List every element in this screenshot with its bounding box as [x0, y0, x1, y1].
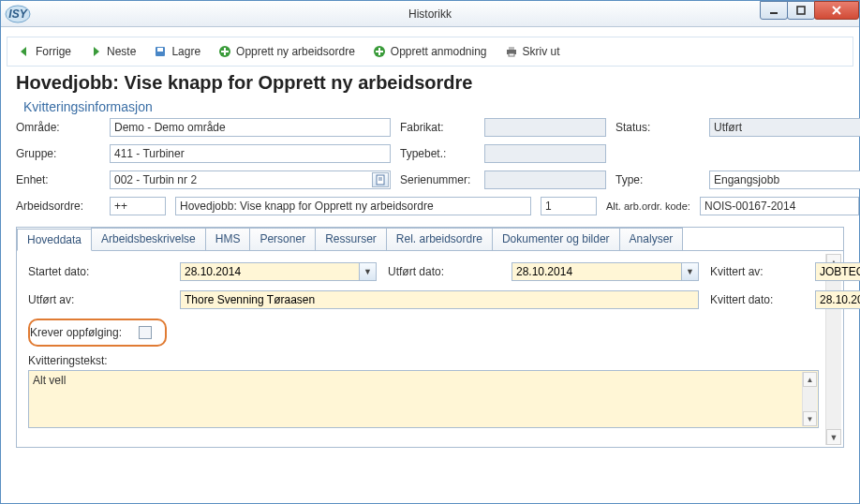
dropdown-icon[interactable]: ▼ [359, 263, 376, 280]
tabstrip: Hoveddata Arbeidsbeskrivelse HMS Persone… [17, 228, 843, 251]
tab-analyser[interactable]: Analyser [619, 228, 684, 250]
alt-kode-field[interactable]: NOIS-00167-2014 [700, 197, 859, 215]
omrade-field[interactable]: Demo - Demo område [110, 118, 391, 137]
scroll-up-icon[interactable]: ▲ [803, 372, 817, 387]
tab-arbeidsbeskrivelse[interactable]: Arbeidsbeskrivelse [91, 228, 206, 250]
enhet-lookup-button[interactable] [372, 172, 389, 187]
enhet-field[interactable]: 002 - Turbin nr 2 [110, 170, 391, 189]
scroll-down-icon[interactable]: ▼ [803, 411, 817, 426]
kvitteringstekst-label: Kvitteringstekst: [28, 354, 832, 367]
omrade-label: Område: [16, 121, 100, 134]
status-label: Status: [615, 121, 700, 134]
toolbar: Forrige Neste Lagre Opprett ny arbeidsor… [7, 37, 853, 67]
serienummer-label: Serienummer: [400, 173, 475, 186]
next-label: Neste [107, 45, 136, 58]
arbeidsordre-text-field[interactable]: Hovedjobb: Vise knapp for Opprett ny arb… [175, 197, 531, 215]
arbeidsordre-num-field[interactable]: 1 [541, 197, 597, 215]
printer-icon [504, 44, 519, 59]
print-label: Skriv ut [523, 45, 560, 58]
arrow-right-icon [88, 44, 103, 59]
next-button[interactable]: Neste [84, 42, 140, 61]
textarea-scrollbar[interactable]: ▲ ▼ [802, 372, 817, 426]
svg-marker-7 [94, 47, 99, 56]
svg-rect-17 [509, 47, 514, 50]
svg-marker-6 [21, 47, 26, 56]
close-button[interactable] [814, 1, 859, 20]
arbeidsordre-row: Arbeidsordre: ++ Hovedjobb: Vise knapp f… [16, 197, 844, 215]
section-label: Kvitteringsinformasjon [23, 99, 844, 114]
startet-dato-field[interactable]: 28.10.2014 ▼ [180, 262, 377, 281]
create-workorder-button[interactable]: Opprett ny arbeidsordre [214, 42, 359, 61]
prev-label: Forrige [36, 45, 71, 58]
krever-oppfolging-label: Krever oppfølging: [30, 326, 122, 339]
type-label: Type: [615, 173, 700, 186]
info-grid: Område: Demo - Demo område Fabrikat: Sta… [16, 118, 844, 189]
startet-dato-label: Startet dato: [28, 265, 169, 278]
titlebar: ISY Historikk [1, 1, 859, 27]
fabrikat-label: Fabrikat: [400, 121, 475, 134]
dropdown-icon[interactable]: ▼ [681, 263, 698, 280]
serienummer-field [484, 170, 606, 189]
arbeidsordre-code-field[interactable]: ++ [110, 197, 166, 215]
typebet-field [484, 144, 606, 163]
arrow-left-icon [17, 44, 32, 59]
print-button[interactable]: Skriv ut [500, 42, 564, 61]
plus-circle-icon [372, 44, 387, 59]
tab-dokumenter[interactable]: Dokumenter og bilder [492, 228, 620, 250]
enhet-label: Enhet: [16, 173, 100, 186]
arbeidsordre-label: Arbeidsordre: [16, 200, 100, 213]
window-controls [761, 1, 859, 20]
tab-container: Hoveddata Arbeidsbeskrivelse HMS Persone… [16, 227, 844, 448]
gruppe-field[interactable]: 411 - Turbiner [110, 144, 391, 163]
utfort-av-field[interactable]: Thore Svenning Tøraasen [180, 290, 699, 309]
save-button[interactable]: Lagre [149, 42, 204, 61]
save-icon [153, 44, 168, 59]
tab-hms[interactable]: HMS [205, 228, 251, 250]
status-field: Utført [709, 118, 860, 137]
kvittert-av-label: Kvittert av: [710, 265, 804, 278]
utfort-dato-field[interactable]: 28.10.2014 ▼ [512, 262, 699, 281]
krever-oppfolging-highlight: Krever oppfølging: [28, 319, 167, 347]
maximize-button[interactable] [787, 1, 815, 20]
save-label: Lagre [171, 45, 200, 58]
tab-rel-arbeidsordre[interactable]: Rel. arbeidsordre [386, 228, 493, 250]
utfort-dato-label: Utført dato: [388, 265, 500, 278]
app-logo-icon: ISY [3, 2, 37, 26]
svg-rect-3 [797, 7, 805, 14]
svg-text:ISY: ISY [8, 7, 27, 21]
typebet-label: Typebet.: [400, 147, 475, 160]
create-workorder-label: Opprett ny arbeidsordre [236, 45, 355, 58]
minimize-button[interactable] [760, 1, 788, 20]
alt-kode-label: Alt. arb.ordr. kode: [606, 200, 690, 212]
kvitteringstekst-textarea[interactable]: Alt vell ▲ ▼ [28, 370, 819, 428]
svg-rect-9 [157, 48, 163, 52]
window-title: Historikk [408, 7, 452, 21]
kvittert-dato-field[interactable]: 28.10.2014 ▼ [815, 290, 860, 309]
svg-rect-18 [509, 53, 514, 56]
prev-button[interactable]: Forrige [13, 42, 75, 61]
create-request-label: Opprett anmodning [391, 45, 487, 58]
krever-oppfolging-checkbox[interactable] [139, 326, 152, 339]
page-title: Hovedjobb: Vise knapp for Opprett ny arb… [16, 72, 844, 94]
gruppe-label: Gruppe: [16, 147, 100, 160]
tab-hoveddata[interactable]: Hoveddata [17, 229, 92, 251]
fabrikat-field [484, 118, 606, 137]
kvittert-av-field[interactable]: JOBTECH [815, 262, 860, 281]
type-field[interactable]: Engangsjobb [709, 170, 860, 189]
document-icon [375, 174, 386, 185]
panel-grid: Startet dato: 28.10.2014 ▼ Utført dato: … [28, 262, 832, 309]
utfort-av-label: Utført av: [28, 293, 169, 306]
content-area: Hovedjobb: Vise knapp for Opprett ny arb… [1, 72, 859, 448]
tab-personer[interactable]: Personer [249, 228, 316, 250]
kvittert-dato-label: Kvittert dato: [710, 293, 804, 306]
create-request-button[interactable]: Opprett anmodning [368, 42, 491, 61]
tab-ressurser[interactable]: Ressurser [315, 228, 387, 250]
app-window: ISY Historikk Forrige Neste Lagre Oppret… [0, 0, 860, 504]
plus-circle-icon [217, 44, 232, 59]
tab-panel-hoveddata: Startet dato: 28.10.2014 ▼ Utført dato: … [17, 251, 843, 436]
